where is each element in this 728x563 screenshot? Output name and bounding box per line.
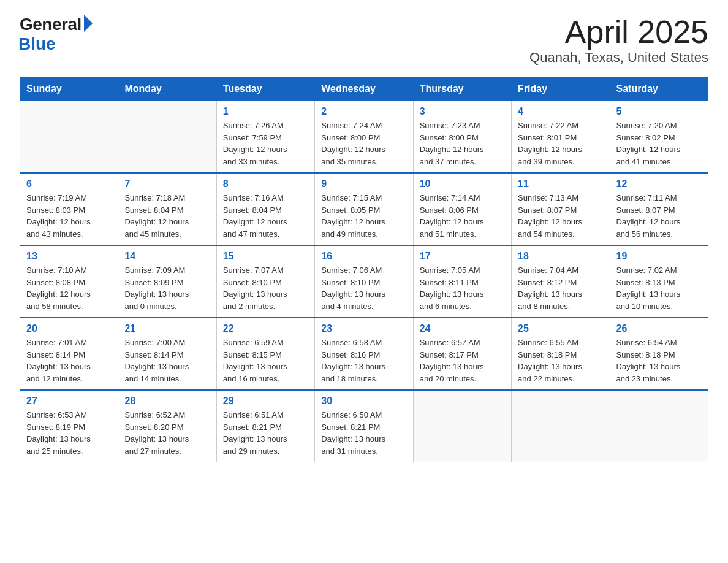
day-info: Sunrise: 7:13 AM Sunset: 8:07 PM Dayligh… [518,192,603,240]
calendar-header-tuesday: Tuesday [216,77,314,101]
logo: General Blue [20,15,93,54]
logo-triangle-icon [84,15,93,32]
title-block: April 2025 Quanah, Texas, United States [529,15,708,66]
day-number: 26 [616,323,702,334]
calendar-cell: 13Sunrise: 7:10 AM Sunset: 8:08 PM Dayli… [20,245,118,318]
calendar-week-row: 13Sunrise: 7:10 AM Sunset: 8:08 PM Dayli… [20,245,708,318]
day-number: 11 [518,178,603,190]
day-info: Sunrise: 6:53 AM Sunset: 8:19 PM Dayligh… [26,409,112,457]
day-info: Sunrise: 7:11 AM Sunset: 8:07 PM Dayligh… [616,192,702,240]
calendar-cell: 23Sunrise: 6:58 AM Sunset: 8:16 PM Dayli… [315,318,413,390]
calendar-cell: 5Sunrise: 7:20 AM Sunset: 8:02 PM Daylig… [610,101,708,174]
day-info: Sunrise: 7:00 AM Sunset: 8:14 PM Dayligh… [124,337,210,385]
day-number: 6 [26,178,112,190]
day-info: Sunrise: 7:07 AM Sunset: 8:10 PM Dayligh… [223,264,308,312]
day-info: Sunrise: 6:52 AM Sunset: 8:20 PM Dayligh… [124,409,210,457]
day-number: 8 [223,178,308,190]
calendar-cell: 25Sunrise: 6:55 AM Sunset: 8:18 PM Dayli… [512,318,610,390]
calendar-cell: 11Sunrise: 7:13 AM Sunset: 8:07 PM Dayli… [512,173,610,245]
calendar-cell: 16Sunrise: 7:06 AM Sunset: 8:10 PM Dayli… [315,245,413,318]
day-info: Sunrise: 7:09 AM Sunset: 8:09 PM Dayligh… [124,264,210,312]
day-number: 16 [321,251,406,262]
day-info: Sunrise: 6:58 AM Sunset: 8:16 PM Dayligh… [321,337,406,385]
day-number: 22 [223,323,308,334]
calendar-cell: 6Sunrise: 7:19 AM Sunset: 8:03 PM Daylig… [20,173,118,245]
day-number: 28 [124,396,210,407]
calendar-cell: 19Sunrise: 7:02 AM Sunset: 8:13 PM Dayli… [610,245,708,318]
calendar-cell [413,390,511,462]
day-info: Sunrise: 7:15 AM Sunset: 8:05 PM Dayligh… [321,192,406,240]
day-info: Sunrise: 7:19 AM Sunset: 8:03 PM Dayligh… [26,192,112,240]
calendar-header-saturday: Saturday [610,77,708,101]
calendar-cell: 10Sunrise: 7:14 AM Sunset: 8:06 PM Dayli… [413,173,511,245]
day-number: 12 [616,178,702,190]
calendar-cell [512,390,610,462]
calendar-cell: 9Sunrise: 7:15 AM Sunset: 8:05 PM Daylig… [315,173,413,245]
day-info: Sunrise: 6:57 AM Sunset: 8:17 PM Dayligh… [420,337,505,385]
day-number: 14 [124,251,210,262]
day-number: 5 [616,106,702,117]
day-number: 18 [518,251,603,262]
day-number: 13 [26,251,112,262]
day-number: 2 [321,106,406,117]
calendar-cell [118,101,216,174]
calendar-cell [20,101,118,174]
calendar-cell: 1Sunrise: 7:26 AM Sunset: 7:59 PM Daylig… [216,101,314,174]
day-number: 7 [124,178,210,190]
calendar-header-wednesday: Wednesday [315,77,413,101]
day-info: Sunrise: 7:06 AM Sunset: 8:10 PM Dayligh… [321,264,406,312]
calendar-cell: 22Sunrise: 6:59 AM Sunset: 8:15 PM Dayli… [216,318,314,390]
calendar-cell: 12Sunrise: 7:11 AM Sunset: 8:07 PM Dayli… [610,173,708,245]
day-info: Sunrise: 7:24 AM Sunset: 8:00 PM Dayligh… [321,120,406,167]
calendar-cell: 4Sunrise: 7:22 AM Sunset: 8:01 PM Daylig… [512,101,610,174]
day-number: 10 [420,178,505,190]
calendar-cell: 15Sunrise: 7:07 AM Sunset: 8:10 PM Dayli… [216,245,314,318]
calendar-cell: 8Sunrise: 7:16 AM Sunset: 8:04 PM Daylig… [216,173,314,245]
day-info: Sunrise: 7:04 AM Sunset: 8:12 PM Dayligh… [518,264,603,312]
day-info: Sunrise: 7:14 AM Sunset: 8:06 PM Dayligh… [420,192,505,240]
day-number: 27 [26,396,112,407]
day-number: 1 [223,106,308,117]
day-number: 4 [518,106,603,117]
calendar-cell: 2Sunrise: 7:24 AM Sunset: 8:00 PM Daylig… [315,101,413,174]
calendar-header-thursday: Thursday [413,77,511,101]
logo-general-text: General [20,15,82,34]
day-info: Sunrise: 7:16 AM Sunset: 8:04 PM Dayligh… [223,192,308,240]
day-number: 9 [321,178,406,190]
calendar-cell: 17Sunrise: 7:05 AM Sunset: 8:11 PM Dayli… [413,245,511,318]
day-number: 23 [321,323,406,334]
calendar-cell: 28Sunrise: 6:52 AM Sunset: 8:20 PM Dayli… [118,390,216,462]
calendar-header-friday: Friday [512,77,610,101]
day-info: Sunrise: 7:01 AM Sunset: 8:14 PM Dayligh… [26,337,112,385]
page-title: April 2025 [529,15,708,50]
calendar-cell: 3Sunrise: 7:23 AM Sunset: 8:00 PM Daylig… [413,101,511,174]
day-number: 30 [321,396,406,407]
day-info: Sunrise: 7:02 AM Sunset: 8:13 PM Dayligh… [616,264,702,312]
page-header: General Blue April 2025 Quanah, Texas, U… [20,15,708,66]
calendar-week-row: 1Sunrise: 7:26 AM Sunset: 7:59 PM Daylig… [20,101,708,174]
day-number: 3 [420,106,505,117]
calendar-week-row: 6Sunrise: 7:19 AM Sunset: 8:03 PM Daylig… [20,173,708,245]
day-number: 19 [616,251,702,262]
day-info: Sunrise: 7:10 AM Sunset: 8:08 PM Dayligh… [26,264,112,312]
day-info: Sunrise: 6:51 AM Sunset: 8:21 PM Dayligh… [223,409,308,457]
calendar-table: SundayMondayTuesdayWednesdayThursdayFrid… [20,77,708,462]
calendar-header-sunday: Sunday [20,77,118,101]
day-info: Sunrise: 6:59 AM Sunset: 8:15 PM Dayligh… [223,337,308,385]
day-info: Sunrise: 7:22 AM Sunset: 8:01 PM Dayligh… [518,120,603,167]
day-number: 25 [518,323,603,334]
day-info: Sunrise: 7:20 AM Sunset: 8:02 PM Dayligh… [616,120,702,167]
day-number: 24 [420,323,505,334]
day-info: Sunrise: 7:23 AM Sunset: 8:00 PM Dayligh… [420,120,505,167]
calendar-cell: 24Sunrise: 6:57 AM Sunset: 8:17 PM Dayli… [413,318,511,390]
calendar-cell: 20Sunrise: 7:01 AM Sunset: 8:14 PM Dayli… [20,318,118,390]
day-info: Sunrise: 6:50 AM Sunset: 8:21 PM Dayligh… [321,409,406,457]
calendar-cell [610,390,708,462]
logo-blue-text: Blue [18,34,56,54]
calendar-cell: 29Sunrise: 6:51 AM Sunset: 8:21 PM Dayli… [216,390,314,462]
day-number: 17 [420,251,505,262]
calendar-cell: 18Sunrise: 7:04 AM Sunset: 8:12 PM Dayli… [512,245,610,318]
calendar-week-row: 20Sunrise: 7:01 AM Sunset: 8:14 PM Dayli… [20,318,708,390]
day-info: Sunrise: 7:26 AM Sunset: 7:59 PM Dayligh… [223,120,308,167]
calendar-cell: 21Sunrise: 7:00 AM Sunset: 8:14 PM Dayli… [118,318,216,390]
